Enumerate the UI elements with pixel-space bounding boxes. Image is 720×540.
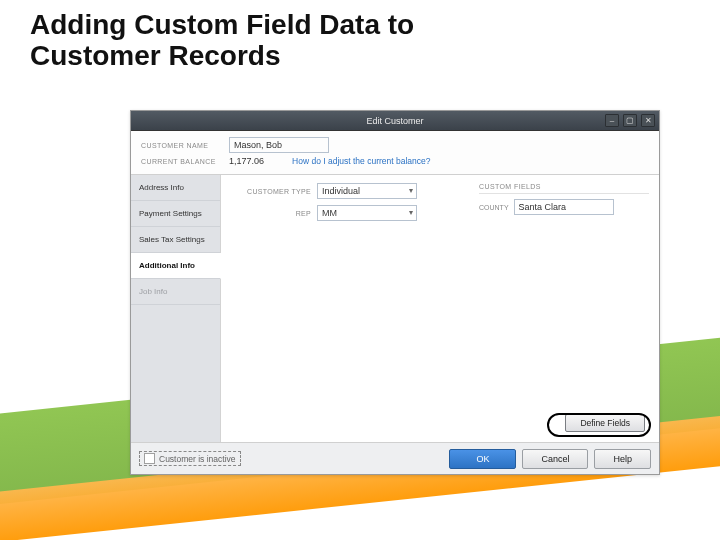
balance-value: 1,177.06	[229, 156, 264, 166]
county-input[interactable]: Santa Clara	[514, 199, 614, 215]
tab-address-info[interactable]: Address Info	[131, 175, 220, 201]
cancel-button[interactable]: Cancel	[522, 449, 588, 469]
custom-fields-section-label: CUSTOM FIELDS	[479, 183, 649, 194]
tab-sales-tax-settings[interactable]: Sales Tax Settings	[131, 227, 220, 253]
minimize-icon[interactable]: –	[605, 114, 619, 127]
customer-type-select[interactable]: Individual	[317, 183, 417, 199]
window-title: Edit Customer	[366, 116, 423, 126]
rep-value: MM	[322, 208, 337, 218]
tab-job-info[interactable]: Job Info	[131, 279, 220, 305]
dialog-footer: Customer is inactive OK Cancel Help	[131, 442, 659, 474]
rep-label: REP	[231, 210, 311, 217]
maximize-icon[interactable]: ▢	[623, 114, 637, 127]
tab-additional-info[interactable]: Additional Info	[131, 253, 221, 279]
ok-button[interactable]: OK	[449, 449, 516, 469]
slide-title: Adding Custom Field Data to Customer Rec…	[30, 10, 550, 72]
tab-payment-settings[interactable]: Payment Settings	[131, 201, 220, 227]
close-icon[interactable]: ✕	[641, 114, 655, 127]
custom-fields-area: CUSTOM FIELDS COUNTY Santa Clara	[479, 183, 649, 215]
customer-inactive-label: Customer is inactive	[159, 454, 236, 464]
define-fields-button[interactable]: Define Fields	[565, 414, 645, 432]
customer-type-label: CUSTOMER TYPE	[231, 188, 311, 195]
additional-info-panel: CUSTOMER TYPE Individual REP MM CUSTOM F…	[221, 175, 659, 442]
title-bar: Edit Customer – ▢ ✕	[131, 111, 659, 131]
edit-customer-dialog: Edit Customer – ▢ ✕ CUSTOMER NAME Mason,…	[130, 110, 660, 475]
customer-name-label: CUSTOMER NAME	[141, 142, 223, 149]
customer-inactive-checkbox[interactable]: Customer is inactive	[139, 451, 241, 466]
help-button[interactable]: Help	[594, 449, 651, 469]
rep-select[interactable]: MM	[317, 205, 417, 221]
customer-type-value: Individual	[322, 186, 360, 196]
side-tabs: Address Info Payment Settings Sales Tax …	[131, 175, 221, 442]
balance-label: CURRENT BALANCE	[141, 158, 223, 165]
customer-name-input[interactable]: Mason, Bob	[229, 137, 329, 153]
checkbox-icon	[144, 453, 155, 464]
county-label: COUNTY	[479, 204, 509, 211]
adjust-balance-link[interactable]: How do I adjust the current balance?	[292, 156, 430, 166]
